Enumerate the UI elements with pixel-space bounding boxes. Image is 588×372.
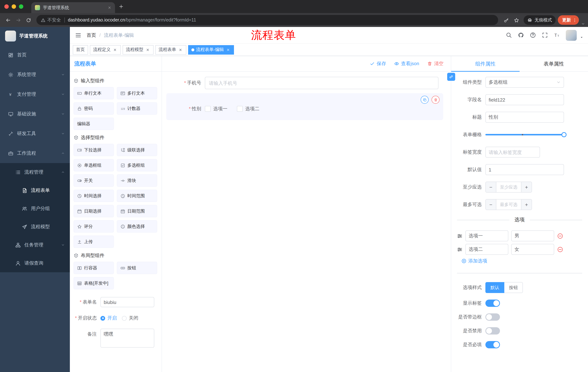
status-closed-radio[interactable]: 关闭 xyxy=(122,315,138,321)
tag-close-icon[interactable] xyxy=(145,47,150,52)
forward-button[interactable] xyxy=(13,15,23,25)
title-input[interactable] xyxy=(485,112,564,123)
sidebar-item-6[interactable]: 流程管理 xyxy=(0,163,70,181)
selected-component[interactable]: *性别 选项一 选项二 xyxy=(166,93,443,120)
palette-item[interactable]: 多选框组 xyxy=(117,159,157,171)
palette-item[interactable]: 评分 xyxy=(74,220,114,233)
update-button[interactable]: 更新 xyxy=(558,15,579,25)
maximize-window-button[interactable] xyxy=(19,4,23,9)
drag-handle-icon[interactable] xyxy=(457,233,462,239)
palette-item[interactable]: 时间范围 xyxy=(117,190,157,202)
sidebar-item-4[interactable]: 研发工具 xyxy=(0,124,70,143)
increase-button[interactable]: + xyxy=(521,200,532,210)
props-tab-0[interactable]: 组件属性 xyxy=(451,56,520,71)
palette-item[interactable]: 单行文本 xyxy=(74,87,114,99)
palette-item[interactable]: 表格[开发中] xyxy=(74,277,114,289)
tag-2[interactable]: 流程模型 xyxy=(123,45,154,54)
form-name-input[interactable] xyxy=(100,297,154,307)
label-width-input[interactable] xyxy=(485,147,540,158)
palette-item[interactable]: 123计数器 xyxy=(117,102,157,115)
security-label[interactable]: 不安全 xyxy=(47,17,61,23)
phone-input[interactable] xyxy=(205,77,439,89)
github-icon[interactable] xyxy=(518,32,524,38)
option-name-input[interactable] xyxy=(465,244,508,255)
props-tab-1[interactable]: 表单属性 xyxy=(520,56,588,71)
back-button[interactable] xyxy=(3,15,13,25)
tag-0[interactable]: 首页 xyxy=(73,45,88,54)
palette-item[interactable]: 滑块 xyxy=(117,174,157,187)
sidebar-item-8[interactable]: 用户分组 xyxy=(0,200,70,218)
tag-close-icon[interactable] xyxy=(178,47,183,52)
app-logo[interactable]: 芋道管理系统 xyxy=(0,27,70,45)
save-button[interactable]: 保存 xyxy=(370,60,386,67)
palette-item[interactable]: 日期选择 xyxy=(74,205,114,217)
hamburger-icon[interactable] xyxy=(70,32,87,38)
font-size-icon[interactable]: TT xyxy=(554,32,560,38)
avatar[interactable] xyxy=(566,30,577,41)
increase-button[interactable]: + xyxy=(521,182,532,192)
remove-option-button[interactable] xyxy=(557,233,563,239)
tag-close-icon[interactable] xyxy=(112,47,117,52)
style-option-1[interactable]: 按钮 xyxy=(504,282,523,293)
checkbox-option-2[interactable]: 选项二 xyxy=(237,106,259,112)
palette-item[interactable]: 多行文本 xyxy=(117,87,157,99)
fullscreen-icon[interactable] xyxy=(542,32,548,38)
style-option-0[interactable]: 默认 xyxy=(485,282,504,293)
palette-item[interactable]: 编辑器 xyxy=(74,117,114,130)
reload-button[interactable] xyxy=(23,15,33,25)
add-option-button[interactable]: 添加选项 xyxy=(461,258,582,264)
sidebar-item-3[interactable]: 基础设施 xyxy=(0,104,70,124)
canvas-field-phone[interactable]: *手机号 xyxy=(166,77,451,89)
option-value-input[interactable] xyxy=(511,230,554,241)
sidebar-item-10[interactable]: 任务管理 xyxy=(0,236,70,254)
decrease-button[interactable]: − xyxy=(486,200,496,210)
search-icon[interactable] xyxy=(506,32,512,38)
decrease-button[interactable]: − xyxy=(486,182,496,192)
delete-component-button[interactable] xyxy=(431,96,440,104)
palette-item[interactable]: 颜色选择 xyxy=(117,220,157,233)
bookmark-star-icon[interactable] xyxy=(511,15,521,25)
palette-item[interactable]: 密码 xyxy=(74,102,114,115)
palette-item[interactable]: 上传 xyxy=(74,235,114,248)
remove-option-button[interactable] xyxy=(557,246,563,252)
slider-handle[interactable] xyxy=(561,132,567,137)
toggle-switch-1[interactable] xyxy=(485,313,500,321)
default-value-input[interactable] xyxy=(485,164,564,175)
sidebar-item-7[interactable]: 流程表单 xyxy=(0,181,70,200)
tag-close-icon[interactable] xyxy=(226,47,231,52)
password-key-icon[interactable] xyxy=(501,15,511,25)
palette-item[interactable]: 时间选择 xyxy=(74,190,114,202)
tab-close-icon[interactable] xyxy=(108,6,111,10)
toggle-switch-3[interactable] xyxy=(485,341,500,348)
avatar-caret-icon[interactable] xyxy=(580,35,584,39)
palette-item[interactable]: 开关 xyxy=(74,174,114,187)
palette-item[interactable]: 级联选择 xyxy=(117,144,157,156)
tag-3[interactable]: 流程表单 xyxy=(155,45,186,54)
status-open-radio[interactable]: 开启 xyxy=(100,315,117,321)
tag-1[interactable]: 流程定义 xyxy=(90,45,121,54)
palette-item[interactable]: 日期范围 xyxy=(117,205,157,217)
palette-item[interactable]: 按钮 xyxy=(117,262,157,274)
checkbox-option-1[interactable]: 选项一 xyxy=(205,106,227,112)
minimize-window-button[interactable] xyxy=(12,4,16,9)
sidebar-item-1[interactable]: 系统管理 xyxy=(0,65,70,85)
form-grid-slider[interactable] xyxy=(485,129,564,140)
palette-item[interactable]: 行容器 xyxy=(74,262,114,274)
sidebar-item-5[interactable]: 工作流程 xyxy=(0,143,70,163)
browser-chevron-icon[interactable] xyxy=(581,22,585,26)
browser-tab[interactable]: 芋道管理系统 xyxy=(31,2,115,13)
palette-item[interactable]: 单选框组 xyxy=(74,159,114,171)
drag-handle-icon[interactable] xyxy=(457,247,462,252)
min-select-input[interactable] xyxy=(496,182,521,192)
copy-component-button[interactable] xyxy=(421,96,429,104)
remark-textarea[interactable]: 嘿嘿 xyxy=(100,329,154,348)
toggle-switch-2[interactable] xyxy=(485,327,500,335)
option-name-input[interactable] xyxy=(465,230,508,241)
toggle-switch-0[interactable] xyxy=(485,299,500,307)
component-type-select[interactable]: 多选框组 xyxy=(485,77,564,88)
link-badge-icon[interactable] xyxy=(447,73,455,81)
sidebar-item-11[interactable]: 请假查询 xyxy=(0,254,70,272)
help-icon[interactable] xyxy=(530,32,536,38)
max-select-input[interactable] xyxy=(496,200,521,210)
tag-4[interactable]: 流程表单-编辑 xyxy=(188,45,234,54)
